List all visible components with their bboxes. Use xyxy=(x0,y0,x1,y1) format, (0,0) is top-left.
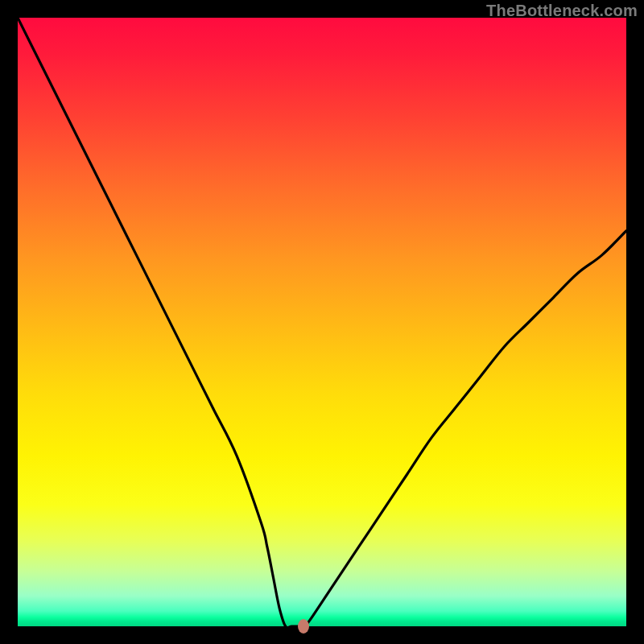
bottleneck-curve xyxy=(18,18,626,626)
plot-area xyxy=(18,18,626,626)
chart-container: TheBottleneck.com xyxy=(0,0,644,644)
curve-svg xyxy=(18,18,626,626)
marker-dot xyxy=(298,619,309,634)
